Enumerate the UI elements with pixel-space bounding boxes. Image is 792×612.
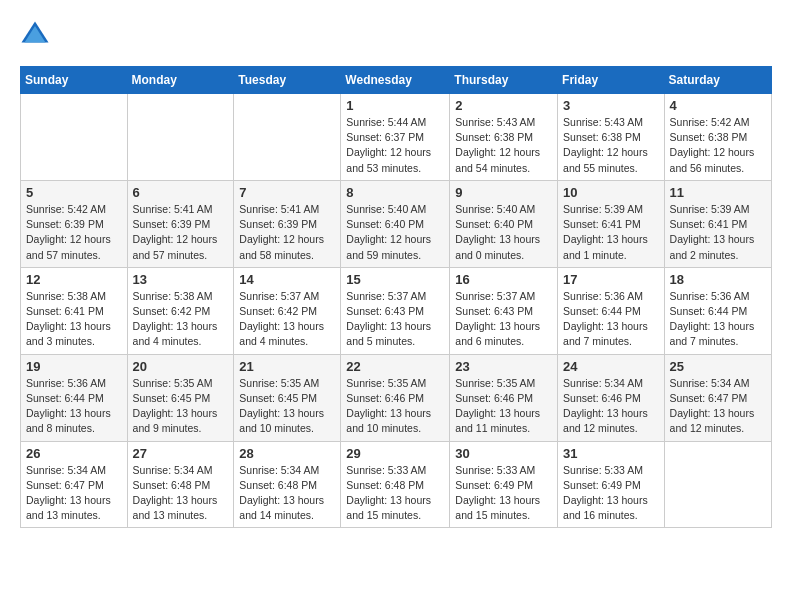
day-number: 19 — [26, 359, 122, 374]
weekday-header-saturday: Saturday — [664, 67, 771, 94]
day-number: 17 — [563, 272, 659, 287]
day-number: 18 — [670, 272, 766, 287]
calendar-cell: 8Sunrise: 5:40 AM Sunset: 6:40 PM Daylig… — [341, 180, 450, 267]
calendar-cell: 11Sunrise: 5:39 AM Sunset: 6:41 PM Dayli… — [664, 180, 771, 267]
calendar-cell — [127, 94, 234, 181]
day-number: 30 — [455, 446, 552, 461]
day-info: Sunrise: 5:34 AM Sunset: 6:48 PM Dayligh… — [239, 463, 335, 524]
weekday-header-wednesday: Wednesday — [341, 67, 450, 94]
calendar-cell: 3Sunrise: 5:43 AM Sunset: 6:38 PM Daylig… — [558, 94, 665, 181]
logo-icon — [20, 20, 50, 50]
day-info: Sunrise: 5:43 AM Sunset: 6:38 PM Dayligh… — [563, 115, 659, 176]
calendar-cell: 20Sunrise: 5:35 AM Sunset: 6:45 PM Dayli… — [127, 354, 234, 441]
day-info: Sunrise: 5:38 AM Sunset: 6:41 PM Dayligh… — [26, 289, 122, 350]
day-info: Sunrise: 5:40 AM Sunset: 6:40 PM Dayligh… — [346, 202, 444, 263]
day-info: Sunrise: 5:36 AM Sunset: 6:44 PM Dayligh… — [26, 376, 122, 437]
day-number: 23 — [455, 359, 552, 374]
calendar-cell: 14Sunrise: 5:37 AM Sunset: 6:42 PM Dayli… — [234, 267, 341, 354]
day-number: 3 — [563, 98, 659, 113]
day-number: 1 — [346, 98, 444, 113]
day-info: Sunrise: 5:35 AM Sunset: 6:46 PM Dayligh… — [346, 376, 444, 437]
calendar-cell: 30Sunrise: 5:33 AM Sunset: 6:49 PM Dayli… — [450, 441, 558, 528]
logo — [20, 20, 54, 50]
day-number: 24 — [563, 359, 659, 374]
calendar-cell: 17Sunrise: 5:36 AM Sunset: 6:44 PM Dayli… — [558, 267, 665, 354]
calendar-cell: 27Sunrise: 5:34 AM Sunset: 6:48 PM Dayli… — [127, 441, 234, 528]
calendar-cell: 6Sunrise: 5:41 AM Sunset: 6:39 PM Daylig… — [127, 180, 234, 267]
calendar-cell — [664, 441, 771, 528]
day-info: Sunrise: 5:41 AM Sunset: 6:39 PM Dayligh… — [133, 202, 229, 263]
calendar-cell — [234, 94, 341, 181]
day-number: 12 — [26, 272, 122, 287]
calendar-cell: 9Sunrise: 5:40 AM Sunset: 6:40 PM Daylig… — [450, 180, 558, 267]
calendar-body: 1Sunrise: 5:44 AM Sunset: 6:37 PM Daylig… — [21, 94, 772, 528]
header-row: SundayMondayTuesdayWednesdayThursdayFrid… — [21, 67, 772, 94]
day-number: 21 — [239, 359, 335, 374]
calendar-cell: 2Sunrise: 5:43 AM Sunset: 6:38 PM Daylig… — [450, 94, 558, 181]
calendar-cell: 13Sunrise: 5:38 AM Sunset: 6:42 PM Dayli… — [127, 267, 234, 354]
day-number: 25 — [670, 359, 766, 374]
day-info: Sunrise: 5:36 AM Sunset: 6:44 PM Dayligh… — [670, 289, 766, 350]
day-number: 22 — [346, 359, 444, 374]
calendar-week-1: 1Sunrise: 5:44 AM Sunset: 6:37 PM Daylig… — [21, 94, 772, 181]
day-info: Sunrise: 5:38 AM Sunset: 6:42 PM Dayligh… — [133, 289, 229, 350]
calendar-cell: 25Sunrise: 5:34 AM Sunset: 6:47 PM Dayli… — [664, 354, 771, 441]
day-info: Sunrise: 5:37 AM Sunset: 6:43 PM Dayligh… — [346, 289, 444, 350]
calendar-header: SundayMondayTuesdayWednesdayThursdayFrid… — [21, 67, 772, 94]
calendar-week-2: 5Sunrise: 5:42 AM Sunset: 6:39 PM Daylig… — [21, 180, 772, 267]
day-info: Sunrise: 5:33 AM Sunset: 6:49 PM Dayligh… — [563, 463, 659, 524]
calendar-cell: 16Sunrise: 5:37 AM Sunset: 6:43 PM Dayli… — [450, 267, 558, 354]
day-number: 27 — [133, 446, 229, 461]
day-info: Sunrise: 5:34 AM Sunset: 6:47 PM Dayligh… — [670, 376, 766, 437]
day-number: 16 — [455, 272, 552, 287]
day-info: Sunrise: 5:33 AM Sunset: 6:49 PM Dayligh… — [455, 463, 552, 524]
calendar-cell: 28Sunrise: 5:34 AM Sunset: 6:48 PM Dayli… — [234, 441, 341, 528]
day-number: 2 — [455, 98, 552, 113]
day-info: Sunrise: 5:35 AM Sunset: 6:45 PM Dayligh… — [133, 376, 229, 437]
weekday-header-monday: Monday — [127, 67, 234, 94]
calendar-cell: 21Sunrise: 5:35 AM Sunset: 6:45 PM Dayli… — [234, 354, 341, 441]
calendar-cell: 12Sunrise: 5:38 AM Sunset: 6:41 PM Dayli… — [21, 267, 128, 354]
calendar-cell: 4Sunrise: 5:42 AM Sunset: 6:38 PM Daylig… — [664, 94, 771, 181]
day-number: 11 — [670, 185, 766, 200]
day-info: Sunrise: 5:42 AM Sunset: 6:39 PM Dayligh… — [26, 202, 122, 263]
calendar-cell: 7Sunrise: 5:41 AM Sunset: 6:39 PM Daylig… — [234, 180, 341, 267]
day-info: Sunrise: 5:37 AM Sunset: 6:43 PM Dayligh… — [455, 289, 552, 350]
day-info: Sunrise: 5:34 AM Sunset: 6:48 PM Dayligh… — [133, 463, 229, 524]
day-info: Sunrise: 5:42 AM Sunset: 6:38 PM Dayligh… — [670, 115, 766, 176]
day-info: Sunrise: 5:39 AM Sunset: 6:41 PM Dayligh… — [563, 202, 659, 263]
calendar-week-5: 26Sunrise: 5:34 AM Sunset: 6:47 PM Dayli… — [21, 441, 772, 528]
day-info: Sunrise: 5:40 AM Sunset: 6:40 PM Dayligh… — [455, 202, 552, 263]
day-number: 10 — [563, 185, 659, 200]
calendar-cell: 19Sunrise: 5:36 AM Sunset: 6:44 PM Dayli… — [21, 354, 128, 441]
calendar-cell: 5Sunrise: 5:42 AM Sunset: 6:39 PM Daylig… — [21, 180, 128, 267]
day-info: Sunrise: 5:36 AM Sunset: 6:44 PM Dayligh… — [563, 289, 659, 350]
day-info: Sunrise: 5:34 AM Sunset: 6:46 PM Dayligh… — [563, 376, 659, 437]
day-number: 31 — [563, 446, 659, 461]
day-info: Sunrise: 5:35 AM Sunset: 6:45 PM Dayligh… — [239, 376, 335, 437]
day-number: 29 — [346, 446, 444, 461]
calendar-cell — [21, 94, 128, 181]
calendar-cell: 10Sunrise: 5:39 AM Sunset: 6:41 PM Dayli… — [558, 180, 665, 267]
weekday-header-sunday: Sunday — [21, 67, 128, 94]
calendar-cell: 31Sunrise: 5:33 AM Sunset: 6:49 PM Dayli… — [558, 441, 665, 528]
day-number: 14 — [239, 272, 335, 287]
day-info: Sunrise: 5:33 AM Sunset: 6:48 PM Dayligh… — [346, 463, 444, 524]
day-number: 9 — [455, 185, 552, 200]
day-info: Sunrise: 5:41 AM Sunset: 6:39 PM Dayligh… — [239, 202, 335, 263]
day-number: 20 — [133, 359, 229, 374]
day-number: 5 — [26, 185, 122, 200]
day-info: Sunrise: 5:39 AM Sunset: 6:41 PM Dayligh… — [670, 202, 766, 263]
day-info: Sunrise: 5:37 AM Sunset: 6:42 PM Dayligh… — [239, 289, 335, 350]
calendar-cell: 23Sunrise: 5:35 AM Sunset: 6:46 PM Dayli… — [450, 354, 558, 441]
weekday-header-thursday: Thursday — [450, 67, 558, 94]
calendar-table: SundayMondayTuesdayWednesdayThursdayFrid… — [20, 66, 772, 528]
day-number: 8 — [346, 185, 444, 200]
calendar-week-4: 19Sunrise: 5:36 AM Sunset: 6:44 PM Dayli… — [21, 354, 772, 441]
calendar-cell: 24Sunrise: 5:34 AM Sunset: 6:46 PM Dayli… — [558, 354, 665, 441]
calendar-cell: 26Sunrise: 5:34 AM Sunset: 6:47 PM Dayli… — [21, 441, 128, 528]
weekday-header-tuesday: Tuesday — [234, 67, 341, 94]
day-info: Sunrise: 5:44 AM Sunset: 6:37 PM Dayligh… — [346, 115, 444, 176]
day-number: 13 — [133, 272, 229, 287]
day-number: 28 — [239, 446, 335, 461]
